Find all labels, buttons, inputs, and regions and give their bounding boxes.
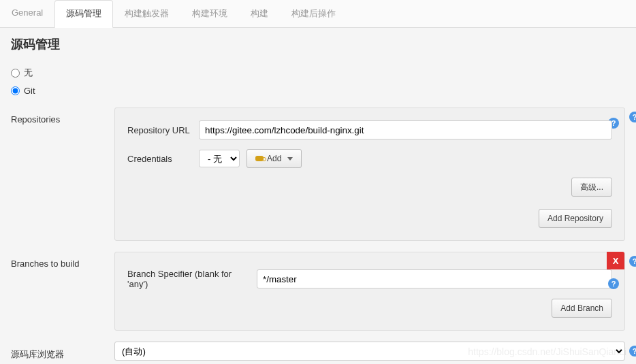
help-icon[interactable]: ? xyxy=(629,346,636,357)
add-repository-button[interactable]: Add Repository xyxy=(539,209,612,228)
help-icon[interactable]: ? xyxy=(629,112,636,122)
radio-none-label: 无 xyxy=(24,67,33,79)
scm-radio-group: 无 Git xyxy=(0,61,636,107)
repositories-panel: ? Repository URL Credentials - 无 - Add xyxy=(114,107,625,241)
watermark: https://blog.csdn.net/JiShuiSanQianLi xyxy=(468,346,626,357)
branches-panel: X Branch Specifier (blank for 'any') ? A… xyxy=(114,252,625,331)
section-title: 源码管理 xyxy=(0,28,636,61)
advanced-button[interactable]: 高级... xyxy=(571,178,612,197)
repositories-label: Repositories xyxy=(11,107,106,125)
repo-url-label: Repository URL xyxy=(127,125,192,135)
tab-build[interactable]: 构建 xyxy=(239,0,280,27)
add-credentials-button[interactable]: Add xyxy=(247,149,302,168)
repo-url-input[interactable] xyxy=(199,120,612,139)
add-cred-label: Add xyxy=(267,154,281,163)
radio-git-input[interactable] xyxy=(11,86,20,95)
tab-post[interactable]: 构建后操作 xyxy=(280,0,347,27)
close-icon[interactable]: X xyxy=(607,252,624,269)
branch-spec-input[interactable] xyxy=(257,269,612,288)
branches-label: Branches to build xyxy=(11,252,106,269)
scm-radio-none[interactable]: 无 xyxy=(11,63,625,82)
config-tabs: General 源码管理 构建触发器 构建环境 构建 构建后操作 xyxy=(0,0,636,28)
help-icon[interactable]: ? xyxy=(608,278,619,289)
tab-general[interactable]: General xyxy=(0,0,54,27)
tab-scm[interactable]: 源码管理 xyxy=(54,0,113,28)
key-icon xyxy=(255,156,264,161)
credentials-label: Credentials xyxy=(127,154,192,164)
radio-git-label: Git xyxy=(24,86,35,96)
help-icon[interactable]: ? xyxy=(629,256,636,267)
branch-spec-label: Branch Specifier (blank for 'any') xyxy=(127,269,250,289)
credentials-select[interactable]: - 无 - xyxy=(199,150,240,167)
browser-label: 源码库浏览器 xyxy=(11,342,106,361)
tab-triggers[interactable]: 构建触发器 xyxy=(113,0,180,27)
add-branch-button[interactable]: Add Branch xyxy=(552,299,612,318)
chevron-down-icon xyxy=(287,157,293,161)
scm-radio-git[interactable]: Git xyxy=(11,82,625,99)
tab-env[interactable]: 构建环境 xyxy=(180,0,239,27)
radio-none-input[interactable] xyxy=(11,69,20,78)
